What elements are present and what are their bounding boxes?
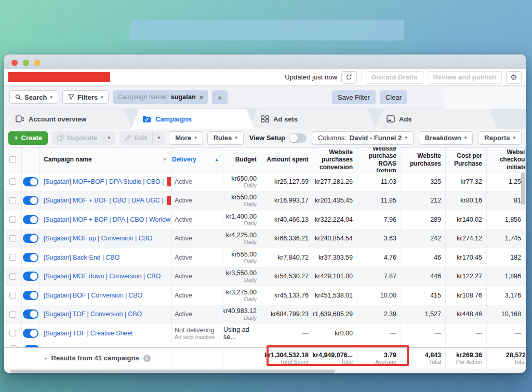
roas-column-header[interactable]: Website purchase ROAS (return — [357, 147, 401, 172]
breakdown-button[interactable]: Breakdown ▾ — [419, 131, 473, 145]
edit-dropdown-button[interactable]: ▾ — [152, 131, 165, 145]
row-checkbox[interactable] — [9, 311, 16, 318]
checkouts-column-header[interactable]: Website checkouts initiated — [487, 147, 526, 172]
campaign-name-link[interactable]: [Sugatan] MOF + BOF | CBO | DPA UGC | — [44, 197, 164, 204]
campaign-active-toggle[interactable] — [23, 234, 38, 243]
budget-footer-cell — [223, 348, 261, 369]
save-filter-button[interactable]: Save Filter — [332, 90, 376, 104]
select-all-checkbox[interactable] — [9, 156, 16, 163]
amount-spent-value: kr7,840.72 — [261, 248, 313, 267]
horizontal-scrollbar-thumb[interactable] — [10, 370, 335, 373]
settings-button[interactable]: ⚙ — [506, 71, 522, 84]
close-window-icon[interactable] — [11, 60, 18, 66]
campaign-active-toggle[interactable] — [23, 253, 38, 262]
campaign-name-link[interactable]: [Sugatan] BOF | Conversion | CBO — [44, 292, 142, 299]
campaign-name-link[interactable]: [Sugatan] TOF | Creative Sheet — [44, 330, 132, 337]
totals-highlight-annotation — [267, 345, 409, 366]
search-button[interactable]: Search ▾ — [9, 90, 58, 104]
campaign-name-column-header[interactable]: Campaign name ▼ — [39, 147, 171, 172]
campaign-active-toggle[interactable] — [23, 309, 38, 319]
minimize-window-icon[interactable] — [23, 60, 29, 66]
review-and-publish-button[interactable]: Review and publish — [428, 71, 502, 84]
divider — [361, 72, 362, 83]
clear-filter-button[interactable]: Clear — [380, 90, 407, 104]
campaign-active-toggle[interactable] — [24, 345, 39, 347]
campaign-active-toggle[interactable] — [23, 329, 38, 338]
row-checkbox[interactable] — [9, 273, 16, 280]
zoom-window-icon[interactable] — [34, 60, 41, 66]
checkouts-value: 1,25 — [487, 172, 526, 191]
campaign-active-toggle[interactable] — [23, 177, 38, 186]
row-checkbox[interactable] — [9, 292, 16, 299]
tab-ads[interactable]: Ads — [375, 109, 498, 129]
purchases-conversion-value: kr240,854.54 — [313, 229, 357, 248]
campaign-name-link[interactable]: [Sugatan] MOF down | Conversion | CBO — [44, 273, 161, 280]
amount-spent-column-header[interactable]: Amount spent — [261, 147, 313, 172]
horizontal-scrollbar[interactable] — [4, 369, 526, 373]
plus-icon: + — [14, 134, 18, 142]
budget-value: kr3,550.00 — [226, 269, 257, 277]
budget-column-header[interactable]: Budget — [223, 147, 261, 172]
campaign-name-filter-chip[interactable]: Campaign Name: sugatan × — [113, 90, 208, 104]
row-checkbox[interactable] — [10, 345, 17, 347]
budget-value: kr3,275.00 — [226, 289, 257, 296]
results-summary[interactable]: ▸ Results from 41 campaigns i — [4, 348, 171, 369]
campaign-name-redaction — [167, 196, 171, 205]
row-checkbox[interactable] — [9, 330, 16, 336]
tab-ad-sets[interactable]: Ad sets — [249, 109, 376, 129]
more-button[interactable]: More ▾ — [169, 131, 203, 145]
delivery-column-header[interactable]: Delivery ▲ — [171, 147, 223, 172]
row-checkbox[interactable] — [9, 235, 16, 242]
reports-button[interactable]: Reports ▾ — [478, 131, 522, 145]
desktop-background: Updated just now Discard Drafts Review a… — [0, 0, 532, 392]
discard-drafts-button[interactable]: Discard Drafts — [366, 71, 423, 84]
row-checkbox[interactable] — [9, 178, 16, 185]
campaign-active-toggle[interactable] — [23, 291, 38, 300]
campaign-name-link[interactable]: [Sugatan] Back-End | CBO — [44, 254, 119, 261]
edit-button-group: Edit ▾ — [119, 131, 165, 145]
duplicate-button[interactable]: Duplicate — [52, 131, 103, 145]
campaign-active-toggle[interactable] — [23, 272, 38, 281]
sort-asc-icon: ▲ — [215, 157, 219, 162]
info-icon[interactable]: i — [143, 355, 151, 362]
duplicate-dropdown-button[interactable]: ▾ — [103, 131, 115, 145]
adsets-icon — [261, 115, 269, 123]
create-button[interactable]: + Create — [8, 131, 48, 145]
filters-button[interactable]: Filters ▾ — [62, 90, 109, 104]
campaign-name-link[interactable]: [Sugatan] MOF + BOF | DPA | CBO | Worldw… — [44, 216, 171, 223]
campaign-name-link[interactable]: [Sugatan] MOF up | Conversion | CBO — [44, 235, 152, 242]
cost-per-purchase-value: kr77.32 — [446, 172, 487, 191]
amount-spent-value: kr54,530.27 — [261, 267, 313, 286]
website-purchases-column-header[interactable]: Website purchases — [401, 147, 446, 172]
campaign-active-toggle[interactable] — [23, 215, 38, 224]
chevron-down-icon: ▾ — [101, 95, 103, 100]
chevron-down-icon: ▾ — [157, 136, 160, 140]
view-setup-toggle[interactable] — [289, 133, 307, 143]
campaign-name-link[interactable]: [Sugatan] MOF+BOF | DPA Studio | CBO | — [44, 178, 164, 185]
close-icon[interactable]: × — [200, 93, 204, 101]
website-purchases-value: 415 — [401, 286, 446, 305]
tab-account-overview[interactable]: Account overview — [4, 109, 132, 129]
row-checkbox[interactable] — [9, 197, 16, 204]
columns-button[interactable]: Columns: David - Funnel 2 ▾ — [312, 131, 414, 145]
rules-button[interactable]: Rules ▾ — [207, 131, 244, 145]
campaign-active-toggle[interactable] — [23, 196, 38, 205]
updated-status: Updated just now — [285, 73, 337, 81]
cost-per-purchase-column-header[interactable]: Cost per Purchase — [446, 147, 487, 172]
campaign-name-link[interactable]: [Sugatan] TOF | Conversion | CBO — [44, 310, 142, 318]
website-purchases-value: — — [401, 324, 446, 343]
amount-spent-value: kr16,993.17 — [261, 192, 313, 210]
tabs-bar: Account overview Campaigns Ad sets Ads — [4, 109, 526, 129]
refresh-button[interactable] — [341, 71, 357, 84]
website-purchases-value: 325 — [401, 172, 446, 191]
campaigns-icon — [142, 115, 151, 123]
row-checkbox[interactable] — [9, 254, 16, 261]
vertical-scrollbar-thumb[interactable] — [521, 172, 525, 205]
tab-campaigns[interactable]: Campaigns — [131, 109, 255, 129]
purchases-conversion-column-header[interactable]: Website purchases conversion — [313, 147, 357, 172]
edit-button[interactable]: Edit — [119, 131, 153, 145]
add-filter-button[interactable]: + — [212, 90, 228, 104]
table-row: [Sugatan] MOF + BOF | CBO | DPA UGC | Ac… — [4, 192, 526, 211]
row-checkbox[interactable] — [9, 216, 16, 223]
delivery-status: Active — [175, 235, 192, 242]
